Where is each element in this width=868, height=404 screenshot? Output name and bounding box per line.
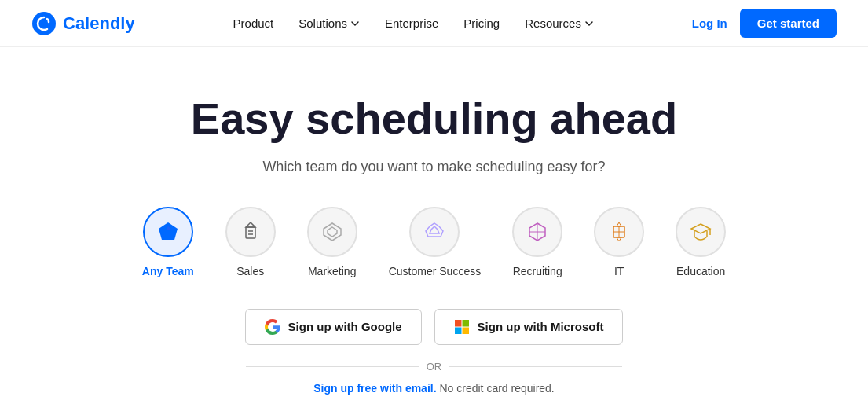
- team-icon-any-team: [143, 207, 193, 257]
- or-line-right: [449, 366, 622, 367]
- hero-subtitle: Which team do you want to make schedulin…: [16, 159, 852, 175]
- team-sales[interactable]: Sales: [225, 207, 276, 277]
- svg-marker-7: [324, 223, 341, 241]
- logo[interactable]: Calendly: [31, 11, 135, 36]
- team-any-team[interactable]: Any Team: [142, 207, 194, 277]
- sales-icon: [238, 219, 263, 244]
- recruiting-icon: [525, 219, 550, 244]
- google-icon: [265, 319, 280, 335]
- hero-title: Easy scheduling ahead: [16, 94, 852, 143]
- svg-rect-22: [462, 320, 469, 327]
- sign-up-google-button[interactable]: Sign up with Google: [245, 309, 422, 345]
- chevron-down-icon: [584, 19, 594, 28]
- or-divider: OR: [16, 361, 852, 373]
- marketing-icon: [320, 219, 345, 244]
- nav-links: Product Solutions Enterprise Pricing Res…: [233, 17, 594, 30]
- nav-resources[interactable]: Resources: [525, 17, 594, 30]
- team-label-any-team: Any Team: [142, 265, 194, 277]
- education-icon: [688, 219, 713, 244]
- hero-section: Easy scheduling ahead Which team do you …: [0, 47, 868, 404]
- team-icon-marketing: [307, 207, 357, 257]
- logo-text: Calendly: [63, 13, 135, 34]
- team-label-it: IT: [614, 265, 624, 277]
- svg-marker-10: [430, 226, 439, 233]
- nav-pricing[interactable]: Pricing: [463, 17, 500, 30]
- team-icon-customer-success: [409, 207, 460, 257]
- cta-buttons: Sign up with Google Sign up with Microso…: [16, 309, 852, 345]
- team-label-education: Education: [676, 265, 725, 277]
- customer-success-icon: [422, 219, 447, 244]
- sign-up-microsoft-button[interactable]: Sign up with Microsoft: [434, 309, 624, 345]
- team-icon-recruiting: [512, 207, 562, 257]
- google-button-label: Sign up with Google: [288, 320, 402, 333]
- any-team-icon: [156, 219, 181, 244]
- svg-rect-24: [462, 327, 469, 334]
- get-started-button[interactable]: Get started: [740, 9, 837, 38]
- microsoft-button-label: Sign up with Microsoft: [478, 320, 604, 333]
- team-label-customer-success: Customer Success: [389, 265, 481, 277]
- microsoft-icon: [454, 319, 470, 335]
- team-education[interactable]: Education: [676, 207, 726, 277]
- nav-enterprise[interactable]: Enterprise: [385, 17, 438, 30]
- svg-point-0: [32, 12, 56, 35]
- svg-rect-23: [455, 327, 462, 334]
- team-customer-success[interactable]: Customer Success: [389, 207, 481, 277]
- nav-product[interactable]: Product: [233, 17, 274, 30]
- nav-solutions[interactable]: Solutions: [298, 17, 360, 30]
- login-button[interactable]: Log In: [692, 17, 727, 30]
- chevron-down-icon: [350, 19, 360, 28]
- team-icon-education: [676, 207, 726, 257]
- svg-marker-9: [426, 223, 443, 237]
- team-label-sales: Sales: [236, 265, 264, 277]
- svg-marker-4: [246, 222, 255, 227]
- team-label-marketing: Marketing: [308, 265, 356, 277]
- logo-icon: [31, 11, 57, 36]
- team-marketing[interactable]: Marketing: [307, 207, 357, 277]
- or-line-left: [246, 366, 419, 367]
- or-text: OR: [427, 361, 442, 373]
- svg-marker-8: [328, 227, 337, 237]
- team-recruiting[interactable]: Recruiting: [512, 207, 562, 277]
- svg-marker-1: [159, 222, 178, 240]
- team-label-recruiting: Recruiting: [513, 265, 562, 277]
- svg-rect-21: [455, 320, 462, 327]
- nav-actions: Log In Get started: [692, 9, 837, 38]
- svg-rect-3: [246, 227, 255, 238]
- team-icon-sales: [225, 207, 276, 257]
- team-it[interactable]: IT: [594, 207, 644, 277]
- it-icon: [606, 219, 632, 244]
- email-signup-row: Sign up free with email. No credit card …: [16, 382, 852, 395]
- email-note: No credit card required.: [439, 382, 554, 395]
- team-selector: Any Team Sales Marketing: [16, 207, 852, 277]
- team-icon-it: [594, 207, 644, 257]
- email-signup-link[interactable]: Sign up free with email.: [313, 382, 436, 395]
